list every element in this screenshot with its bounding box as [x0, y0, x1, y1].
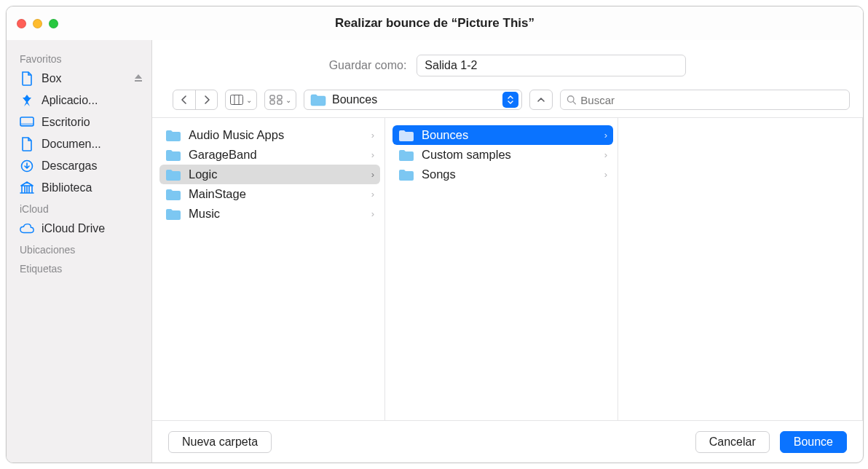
- chevron-right-icon: ›: [371, 149, 374, 160]
- main-panel: Guardar como: ⌄ ⌄: [152, 40, 863, 462]
- folder-label: Custom samples: [422, 148, 511, 162]
- library-icon: [20, 181, 34, 195]
- bounce-button[interactable]: Bounce: [780, 431, 847, 453]
- browser-column: Bounces›Custom samples›Songs›: [385, 118, 618, 420]
- folder-label: Bounces: [422, 128, 468, 142]
- folder-label: Audio Music Apps: [189, 128, 284, 142]
- svg-rect-3: [231, 95, 243, 105]
- save-dialog-window: Realizar bounce de “Picture This” Favori…: [6, 6, 864, 463]
- svg-line-11: [573, 101, 575, 103]
- eject-icon[interactable]: [134, 72, 144, 85]
- desktop-icon: [20, 115, 34, 130]
- close-window-button[interactable]: [17, 19, 26, 28]
- sidebar-item[interactable]: iCloud Drive: [7, 218, 151, 240]
- folder-icon: [165, 149, 181, 162]
- sidebar-item-label: Documen...: [42, 138, 144, 151]
- browser-column: [618, 118, 863, 420]
- minimize-window-button[interactable]: [33, 19, 42, 28]
- sidebar-item[interactable]: Documen...: [7, 133, 151, 155]
- chevron-right-icon: ›: [604, 149, 607, 160]
- sidebar-item[interactable]: Descargas: [7, 155, 151, 177]
- nav-back-forward: [173, 90, 218, 110]
- search-field[interactable]: [560, 90, 850, 110]
- sidebar-item-label: Escritorio: [42, 116, 144, 129]
- new-folder-button[interactable]: Nueva carpeta: [168, 431, 272, 453]
- window-title: Realizar bounce de “Picture This”: [7, 16, 863, 31]
- grid-icon: [269, 95, 283, 105]
- folder-item[interactable]: Audio Music Apps›: [159, 125, 380, 145]
- folder-label: Songs: [422, 168, 456, 181]
- folder-icon: [165, 188, 181, 201]
- svg-rect-8: [270, 100, 275, 104]
- zoom-window-button[interactable]: [49, 19, 58, 28]
- svg-rect-1: [20, 123, 33, 126]
- titlebar: Realizar bounce de “Picture This”: [7, 7, 863, 40]
- folder-label: Music: [189, 207, 220, 221]
- save-as-input[interactable]: [417, 55, 686, 76]
- back-button[interactable]: [173, 90, 195, 109]
- sidebar-section-header: Ubicaciones: [7, 240, 151, 259]
- columns-icon: [230, 95, 243, 105]
- search-icon: [567, 95, 576, 105]
- collapse-button[interactable]: [529, 90, 553, 110]
- location-label: Bounces: [332, 93, 377, 106]
- chevron-right-icon: ›: [371, 130, 374, 141]
- folder-label: GarageBand: [189, 148, 257, 162]
- sidebar-item[interactable]: Aplicacio...: [7, 90, 151, 111]
- folder-item[interactable]: Custom samples›: [392, 145, 613, 165]
- download-icon: [20, 159, 34, 173]
- chevron-right-icon: ›: [604, 130, 607, 141]
- folder-item[interactable]: Music›: [159, 204, 380, 224]
- folder-icon: [398, 129, 414, 142]
- footer: Nueva carpeta Cancelar Bounce: [152, 420, 863, 462]
- folder-label: MainStage: [189, 187, 246, 201]
- sidebar-item[interactable]: Biblioteca: [7, 177, 151, 199]
- chevron-right-icon: ›: [604, 169, 607, 180]
- sidebar-item[interactable]: Escritorio: [7, 111, 151, 133]
- chevron-down-icon: ⌄: [285, 96, 291, 104]
- chevron-right-icon: ›: [371, 189, 374, 200]
- sidebar-item-label: Biblioteca: [42, 181, 144, 194]
- folder-icon: [165, 208, 181, 221]
- folder-item[interactable]: Logic›: [159, 165, 380, 184]
- sidebar-item[interactable]: Box: [7, 68, 151, 90]
- chevron-right-icon: ›: [371, 169, 374, 180]
- traffic-lights: [7, 19, 58, 28]
- column-browser: Audio Music Apps›GarageBand›Logic›MainSt…: [152, 118, 863, 420]
- folder-icon: [398, 149, 414, 162]
- popup-indicator-icon: [502, 92, 518, 108]
- toolbar: ⌄ ⌄ Bounces: [152, 87, 863, 118]
- folder-label: Logic: [189, 168, 217, 181]
- doc-icon: [20, 137, 34, 151]
- folder-icon: [310, 93, 326, 106]
- chevron-down-icon: ⌄: [246, 96, 252, 104]
- folder-icon: [165, 129, 181, 142]
- group-button[interactable]: ⌄: [264, 90, 296, 110]
- sidebar-section-header: iCloud: [7, 199, 151, 218]
- chevron-up-icon: [537, 96, 545, 103]
- folder-item[interactable]: MainStage›: [159, 184, 380, 204]
- folder-item[interactable]: Bounces›: [392, 125, 613, 145]
- folder-icon: [165, 168, 181, 181]
- folder-item[interactable]: GarageBand›: [159, 145, 380, 165]
- svg-rect-7: [277, 95, 282, 99]
- sidebar-item-label: iCloud Drive: [42, 222, 144, 235]
- sidebar-section-header: Etiquetas: [7, 259, 151, 277]
- cloud-icon: [20, 221, 34, 236]
- save-as-label: Guardar como:: [329, 59, 407, 72]
- sidebar-item-label: Aplicacio...: [42, 94, 144, 107]
- folder-item[interactable]: Songs›: [392, 165, 613, 184]
- search-input[interactable]: [580, 94, 843, 106]
- forward-button[interactable]: [195, 90, 217, 109]
- chevron-right-icon: ›: [371, 208, 374, 219]
- view-mode-button[interactable]: ⌄: [225, 90, 257, 110]
- sidebar-item-label: Descargas: [42, 159, 144, 173]
- location-popup[interactable]: Bounces: [304, 90, 522, 110]
- cancel-button[interactable]: Cancelar: [695, 431, 770, 453]
- svg-rect-6: [270, 95, 275, 99]
- sidebar: FavoritosBoxAplicacio...EscritorioDocume…: [7, 40, 152, 462]
- doc-icon: [20, 71, 34, 86]
- browser-column: Audio Music Apps›GarageBand›Logic›MainSt…: [152, 118, 385, 420]
- svg-rect-9: [277, 100, 282, 104]
- save-as-row: Guardar como:: [152, 40, 863, 87]
